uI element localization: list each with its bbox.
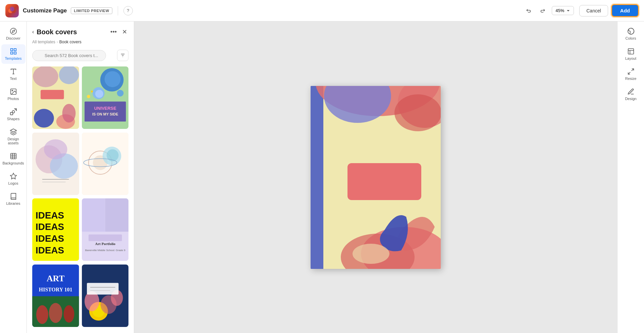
resize-label: Resize: [625, 77, 637, 81]
template-card-6[interactable]: Art Portfolio Banerville Middle School: …: [82, 198, 129, 261]
cancel-button[interactable]: Cancel: [579, 5, 608, 16]
sidebar-item-photos[interactable]: Photos: [1, 85, 25, 104]
svg-rect-57: [105, 198, 128, 232]
canvas-area: [134, 21, 617, 333]
topbar-divider: [118, 6, 118, 15]
undo-button[interactable]: [524, 5, 534, 16]
svg-point-2: [10, 6, 14, 11]
sidebar-item-libraries[interactable]: Libraries: [1, 189, 25, 209]
breadcrumb-current: Book covers: [59, 40, 82, 44]
template-grid: UNIVERSE IS ON MY SIDE: [27, 64, 134, 333]
svg-text:IDEAS: IDEAS: [36, 210, 64, 221]
template-panel: ‹ Book covers ••• ✕ All templates › Book…: [27, 21, 134, 333]
sidebar-item-shapes[interactable]: Shapes: [1, 105, 25, 124]
template-card-2[interactable]: UNIVERSE IS ON MY SIDE: [82, 66, 129, 129]
back-button[interactable]: ‹: [32, 29, 34, 35]
book-cover-preview[interactable]: [311, 86, 441, 269]
template-card-1[interactable]: [32, 66, 79, 129]
sidebar-item-resize[interactable]: Resize: [619, 64, 643, 84]
filter-button[interactable]: [117, 50, 128, 61]
svg-text:Banerville Middle School: Grad: Banerville Middle School: Grade 9: [85, 249, 125, 252]
sidebar-item-layout[interactable]: Layout: [619, 44, 643, 64]
zoom-selector[interactable]: 45%: [552, 6, 574, 15]
template-card-3[interactable]: [32, 133, 79, 195]
svg-line-91: [628, 72, 630, 74]
preview-badge: LIMITED PREVIEW: [71, 7, 112, 14]
sidebar-item-design-assets[interactable]: Design assets: [1, 125, 25, 148]
search-row: 🔍: [27, 47, 134, 64]
add-button[interactable]: Add: [611, 4, 639, 17]
sidebar-item-templates[interactable]: Templates: [1, 44, 25, 64]
app-logo: [5, 4, 19, 17]
svg-point-26: [62, 104, 76, 123]
svg-rect-16: [10, 153, 16, 159]
svg-point-66: [36, 305, 48, 324]
colors-label: Colors: [626, 36, 636, 40]
svg-rect-23: [41, 90, 64, 99]
svg-text:IDEAS: IDEAS: [36, 233, 64, 244]
panel-expand-button[interactable]: ›: [134, 173, 134, 182]
panel-title: Book covers: [37, 28, 106, 36]
design-label: Design: [625, 97, 636, 101]
template-card-4[interactable]: [82, 133, 129, 195]
panel-close-button[interactable]: ✕: [121, 27, 128, 37]
svg-point-29: [104, 71, 120, 87]
svg-rect-33: [85, 101, 126, 122]
layout-label: Layout: [625, 56, 636, 60]
template-card-8[interactable]: [82, 265, 129, 327]
svg-rect-6: [14, 49, 16, 51]
panel-header: ‹ Book covers ••• ✕: [27, 21, 134, 37]
svg-marker-4: [12, 30, 15, 33]
svg-rect-61: [89, 234, 122, 241]
right-sidebar: Colors Layout Resize Design: [617, 21, 644, 333]
breadcrumb: All templates › Book covers: [27, 37, 134, 47]
svg-point-67: [49, 303, 62, 323]
svg-point-36: [87, 95, 90, 98]
search-wrapper: 🔍: [32, 50, 114, 61]
sidebar-item-logos[interactable]: Logos: [1, 169, 25, 189]
left-sidebar: Discover Templates Text Photos Shapes De…: [0, 21, 27, 333]
sidebar-item-text[interactable]: Text: [1, 64, 25, 84]
svg-rect-75: [87, 283, 118, 294]
svg-text:Art Portfolio: Art Portfolio: [95, 242, 115, 246]
svg-text:ART: ART: [47, 273, 65, 283]
svg-point-24: [34, 109, 54, 128]
svg-point-41: [44, 139, 67, 159]
help-button[interactable]: ?: [123, 6, 133, 15]
svg-point-48: [106, 149, 118, 161]
svg-text:HISTORY 101: HISTORY 101: [39, 286, 72, 292]
svg-point-83: [394, 94, 441, 131]
redo-button[interactable]: [537, 5, 548, 16]
sidebar-item-discover[interactable]: Discover: [1, 24, 25, 44]
search-input[interactable]: [32, 50, 106, 61]
svg-point-32: [117, 90, 123, 97]
breadcrumb-all-templates[interactable]: All templates: [32, 40, 55, 44]
svg-text:IDEAS: IDEAS: [36, 245, 64, 255]
svg-rect-84: [347, 163, 421, 200]
zoom-value: 45%: [555, 8, 564, 13]
svg-marker-15: [14, 109, 16, 111]
svg-rect-8: [14, 52, 16, 54]
sidebar-item-backgrounds[interactable]: Backgrounds: [1, 149, 25, 169]
svg-point-21: [33, 66, 58, 87]
breadcrumb-separator: ›: [57, 40, 58, 44]
svg-point-68: [64, 305, 74, 323]
svg-point-12: [12, 90, 13, 91]
template-card-5[interactable]: IDEAS IDEAS IDEAS IDEAS: [32, 198, 79, 261]
svg-point-37: [91, 91, 93, 93]
svg-text:IDEAS: IDEAS: [36, 222, 64, 232]
panel-menu-button[interactable]: •••: [109, 27, 118, 37]
svg-point-31: [95, 90, 103, 98]
svg-rect-5: [10, 49, 12, 51]
template-card-7[interactable]: ART HISTORY 101: [32, 265, 79, 327]
svg-rect-79: [311, 86, 323, 269]
undo-redo-group: [524, 5, 548, 16]
svg-point-3: [10, 28, 16, 34]
svg-text:UNIVERSE: UNIVERSE: [94, 106, 116, 111]
svg-text:IS ON MY SIDE: IS ON MY SIDE: [92, 112, 118, 116]
svg-rect-89: [628, 49, 634, 54]
svg-point-87: [353, 244, 389, 264]
sidebar-item-design[interactable]: Design: [619, 85, 643, 104]
sidebar-item-colors[interactable]: Colors: [619, 24, 643, 44]
svg-rect-7: [10, 52, 12, 54]
